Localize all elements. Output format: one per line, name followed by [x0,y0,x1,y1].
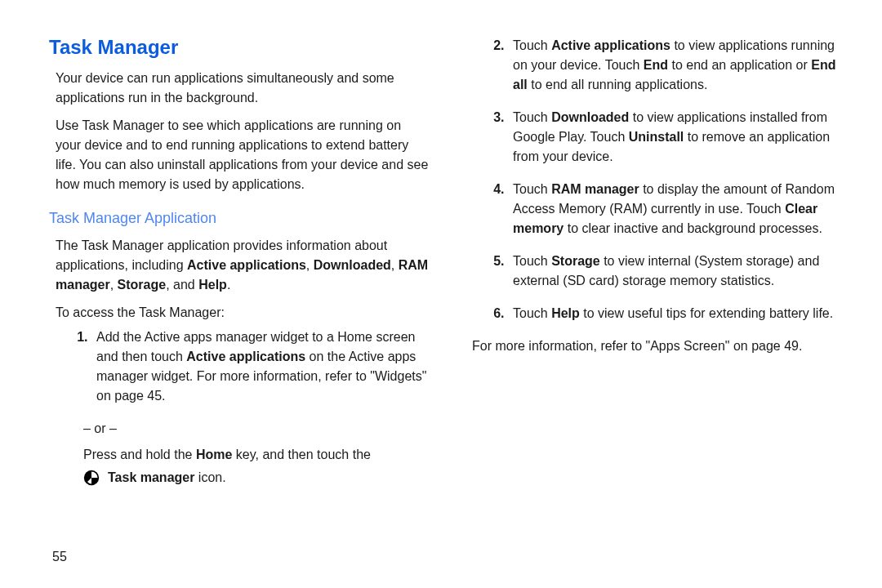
press-b: key, and then touch the [232,448,371,461]
t: Touch [513,110,551,124]
t: Touch [513,38,551,52]
sep: , [306,258,314,272]
press-home-bold: Home [196,448,232,461]
b: Active applications [551,38,670,52]
left-column: Task Manager Your device can run applica… [49,33,433,488]
step-1: Add the Active apps manager widget to a … [91,327,433,406]
b: Uninstall [629,130,684,144]
bold-storage: Storage [118,278,167,292]
t: to end an application or [668,58,811,72]
step1-bold: Active applications [186,350,305,363]
step-5: Touch Storage to view internal (System s… [508,252,849,291]
section-heading: Task Manager [49,33,433,62]
two-column-layout: Task Manager Your device can run applica… [49,33,849,488]
step-2: Touch Active applications to view applic… [508,36,849,95]
sub-heading: Task Manager Application [49,207,433,229]
step1-ref: "Widgets" [370,369,426,383]
steps-list-left: Add the Active apps manager widget to a … [49,327,433,406]
more-info-line: For more information, refer to "Apps Scr… [472,336,846,356]
or-separator: – or – [83,419,433,439]
b: RAM manager [551,182,639,196]
t: on page 49. [729,339,802,353]
task-manager-icon-line: Task manager icon. [83,468,433,488]
task-manager-icon [83,470,100,486]
sep: , [391,258,399,272]
t: to view useful tips for extending batter… [580,306,833,320]
step-3: Touch Downloaded to view applications in… [508,108,849,167]
access-line: To access the Task Manager: [56,303,430,323]
b: Downloaded [551,110,629,124]
t: Touch [513,306,551,320]
ref: "Apps Screen" [646,339,730,353]
period: . [227,278,230,292]
step-4: Touch RAM manager to display the amount … [508,180,849,238]
t: For more information, refer to [472,339,646,353]
press-a: Press and hold the [83,448,196,461]
b: Help [551,306,580,320]
intro-p2: Use Task Manager to see which applicatio… [56,116,430,194]
t: Touch [513,182,551,196]
sep: , [110,278,118,292]
sep: , and [166,278,198,292]
bold-active-applications: Active applications [187,258,306,272]
task-manager-icon-label: Task manager icon. [108,468,226,488]
step-6: Touch Help to view useful tips for exten… [508,304,849,323]
b: End [644,58,668,72]
t: to clear inactive and background process… [564,221,822,235]
t: Touch [513,254,551,268]
tm-icon-bold: Task manager [108,470,194,484]
step1-on: on page 45. [96,389,166,403]
t: to end all running applications. [528,78,708,91]
steps-list-right: Touch Active applications to view applic… [466,36,849,323]
bold-help: Help [198,278,227,292]
b: Storage [551,254,600,268]
intro-p1: Your device can run applications simulta… [56,69,430,108]
press-hold-line: Press and hold the Home key, and then to… [83,445,430,465]
tm-icon-after: icon. [194,470,225,484]
sub-intro: The Task Manager application provides in… [56,236,430,295]
right-column: Touch Active applications to view applic… [466,33,849,488]
page: Task Manager Your device can run applica… [0,0,882,588]
page-number: 55 [52,547,67,567]
bold-downloaded: Downloaded [314,258,391,272]
